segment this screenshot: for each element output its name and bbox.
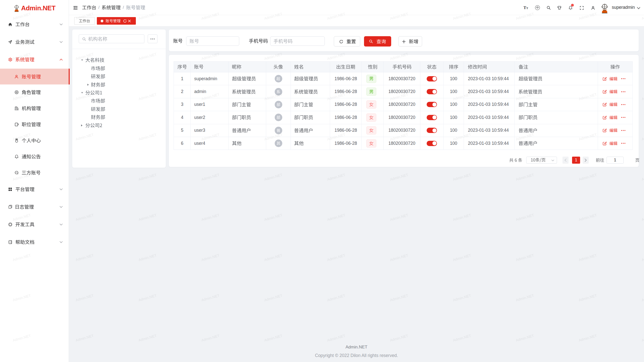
svg-text:T: T bbox=[526, 7, 528, 10]
svg-text:T: T bbox=[524, 6, 526, 10]
